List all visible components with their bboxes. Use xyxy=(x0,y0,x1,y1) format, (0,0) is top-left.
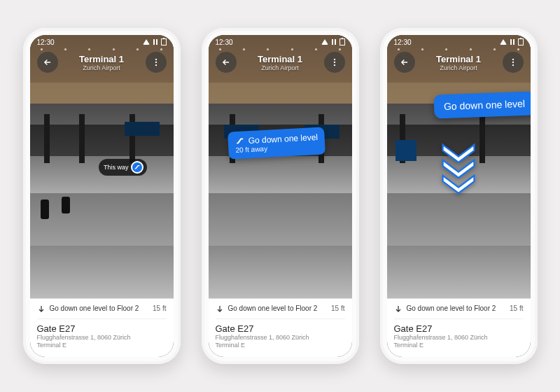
top-bar: Terminal 1 Zurich Airport xyxy=(30,52,174,73)
status-bar: 12:30 xyxy=(209,35,352,49)
svg-point-2 xyxy=(155,64,156,66)
clock: 12:30 xyxy=(216,38,233,46)
header-subtitle: Zurich Airport xyxy=(64,64,140,71)
destination-name: Gate E27 xyxy=(216,323,345,334)
status-icons xyxy=(143,38,167,46)
back-button[interactable] xyxy=(216,52,237,73)
chevron-down-icon xyxy=(439,171,478,196)
header-title-block: Terminal 1 Zurich Airport xyxy=(242,54,318,71)
destination-address: Flugghafenstrasse 1, 8060 Zürich xyxy=(37,334,167,342)
info-card[interactable]: Go down one level to Floor 2 15 ft Gate … xyxy=(387,298,531,357)
status-bar: 12:30 xyxy=(387,35,531,49)
svg-point-7 xyxy=(512,62,513,63)
more-vert-icon xyxy=(151,57,161,67)
destination-block: Gate E27 Flugghafenstrasse 1, 8060 Züric… xyxy=(216,318,345,350)
more-button[interactable] xyxy=(324,52,345,73)
clock: 12:30 xyxy=(37,38,55,46)
arrow-down-icon xyxy=(216,304,224,313)
destination-name: Gate E27 xyxy=(394,323,524,334)
top-bar: Terminal 1 Zurich Airport xyxy=(209,52,352,73)
next-step-text: Go down one level to Floor 2 xyxy=(228,304,318,312)
destination-name: Gate E27 xyxy=(37,323,167,334)
more-button[interactable] xyxy=(503,52,524,73)
battery-icon xyxy=(518,38,524,46)
phone-mockup-2: 12:30 Terminal 1 Zurich Airport xyxy=(202,28,359,364)
header-title: Terminal 1 xyxy=(421,54,497,64)
battery-icon xyxy=(340,38,345,46)
phone-mockup-1: 12:30 Terminal 1 Zurich Airport xyxy=(23,28,181,364)
ar-chevron-stack xyxy=(439,140,478,196)
ar-instruction-banner[interactable]: Go down one level xyxy=(433,91,531,118)
svg-point-5 xyxy=(333,64,335,66)
escalator-icon xyxy=(131,161,144,174)
next-step-text: Go down one level to Floor 2 xyxy=(407,304,496,312)
escalator-icon xyxy=(235,136,246,147)
next-step-row: Go down one level to Floor 2 15 ft xyxy=(37,304,167,313)
destination-terminal: Terminal E xyxy=(216,342,345,350)
header-subtitle: Zurich Airport xyxy=(242,64,318,71)
destination-block: Gate E27 Flugghafenstrasse 1, 8060 Züric… xyxy=(394,318,524,350)
more-vert-icon xyxy=(508,57,518,67)
phone-mockup-3: 12:30 Terminal 1 Zurich Airport xyxy=(380,28,538,364)
info-card[interactable]: Go down one level to Floor 2 15 ft Gate … xyxy=(209,298,352,357)
arrow-left-icon xyxy=(43,57,52,67)
next-step-row: Go down one level to Floor 2 15 ft xyxy=(394,304,524,313)
arrow-down-icon xyxy=(394,304,402,313)
svg-point-6 xyxy=(512,59,513,60)
next-step-row: Go down one level to Floor 2 15 ft xyxy=(216,304,345,313)
wifi-icon xyxy=(500,39,507,45)
destination-terminal: Terminal E xyxy=(37,342,167,350)
ar-camera-view[interactable]: 12:30 Terminal 1 Zurich Airport xyxy=(30,35,174,298)
ar-camera-view[interactable]: 12:30 Terminal 1 Zurich Airport xyxy=(387,35,531,298)
svg-point-0 xyxy=(155,59,156,60)
status-icons xyxy=(500,38,524,46)
more-button[interactable] xyxy=(146,52,167,73)
arrow-down-icon xyxy=(37,304,46,313)
signal-icon xyxy=(509,39,516,45)
signal-icon xyxy=(152,39,159,45)
screen: 12:30 Terminal 1 Zurich Airport xyxy=(387,35,531,357)
destination-address: Flugghafenstrasse 1, 8060 Zürich xyxy=(394,334,524,342)
svg-point-1 xyxy=(155,62,156,63)
svg-point-4 xyxy=(333,62,335,63)
destination-terminal: Terminal E xyxy=(394,342,524,350)
ar-chip-label: This way xyxy=(104,164,129,171)
svg-point-8 xyxy=(512,64,513,66)
header-title: Terminal 1 xyxy=(242,54,318,64)
arrow-left-icon xyxy=(221,57,231,67)
wifi-icon xyxy=(321,39,328,45)
header-subtitle: Zurich Airport xyxy=(421,64,497,71)
next-step-text: Go down one level to Floor 2 xyxy=(50,304,139,312)
header-title: Terminal 1 xyxy=(64,54,140,64)
header-title-block: Terminal 1 Zurich Airport xyxy=(421,54,497,71)
destination-address: Flugghafenstrasse 1, 8060 Zürich xyxy=(216,334,345,342)
destination-block: Gate E27 Flugghafenstrasse 1, 8060 Züric… xyxy=(37,318,167,350)
ar-direction-chip[interactable]: This way xyxy=(99,159,148,176)
status-bar: 12:30 xyxy=(30,35,174,49)
screen: 12:30 Terminal 1 Zurich Airport xyxy=(30,35,174,357)
next-step-distance: 15 ft xyxy=(153,304,166,312)
back-button[interactable] xyxy=(394,52,415,73)
status-icons xyxy=(321,38,345,46)
svg-point-3 xyxy=(333,59,335,60)
header-title-block: Terminal 1 Zurich Airport xyxy=(64,54,140,71)
signal-icon xyxy=(330,39,337,45)
ar-banner-text: Go down one level xyxy=(443,98,524,112)
back-button[interactable] xyxy=(37,52,58,73)
next-step-distance: 15 ft xyxy=(510,304,523,312)
top-bar: Terminal 1 Zurich Airport xyxy=(387,52,531,73)
info-card[interactable]: Go down one level to Floor 2 15 ft Gate … xyxy=(30,298,174,357)
more-vert-icon xyxy=(330,57,340,67)
arrow-left-icon xyxy=(400,57,410,67)
ar-camera-view[interactable]: 12:30 Terminal 1 Zurich Airport xyxy=(209,35,352,298)
ar-instruction-callout[interactable]: Go down one level 20 ft away xyxy=(227,127,326,160)
battery-icon xyxy=(161,38,167,46)
wifi-icon xyxy=(143,39,150,45)
clock: 12:30 xyxy=(394,38,412,46)
screen: 12:30 Terminal 1 Zurich Airport xyxy=(209,35,352,357)
next-step-distance: 15 ft xyxy=(331,304,344,312)
